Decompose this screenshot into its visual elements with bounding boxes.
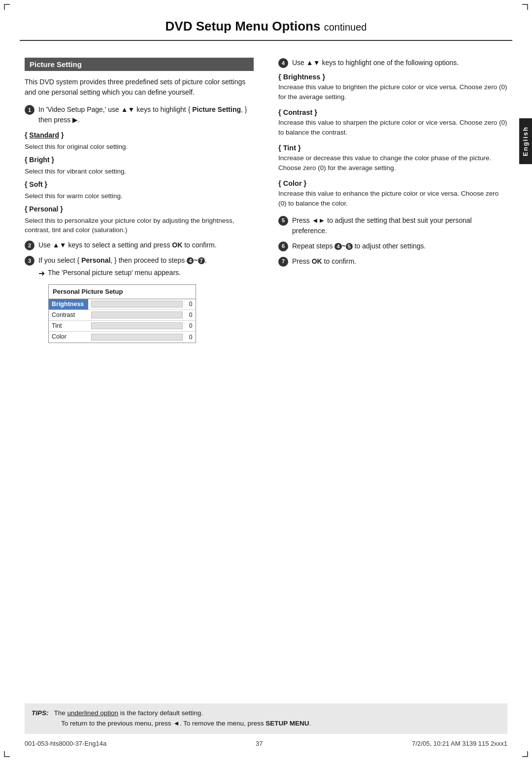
tint-desc: Increase or decrease this value to chang… bbox=[278, 153, 507, 173]
personal-label: { Personal } bbox=[25, 205, 63, 213]
contrast-desc: Increase this value to sharpen the pictu… bbox=[278, 118, 507, 137]
corner-mark-tr bbox=[522, 4, 528, 10]
tint-option: { Tint } Increase or decrease this value… bbox=[278, 144, 507, 173]
tips-area: TIPS: The underlined option is the facto… bbox=[25, 703, 507, 734]
title-continued: continued bbox=[324, 22, 367, 33]
step-num-3: 3 bbox=[25, 256, 34, 266]
step-3: 3 If you select { Personal, } then proce… bbox=[25, 255, 254, 343]
corner-mark-br bbox=[522, 751, 528, 757]
tint-title: { Tint } bbox=[278, 144, 507, 152]
personal-menu-note: The 'Personal picture setup' menu appear… bbox=[48, 268, 181, 278]
step-num-4: 4 bbox=[278, 58, 288, 68]
footer-date: 7/2/05, 10:21 AM 3139 115 2xxx1 bbox=[412, 740, 507, 747]
ps-value-brightness: 0 bbox=[186, 300, 196, 309]
step-num-6: 6 bbox=[278, 242, 288, 251]
corner-mark-bl bbox=[4, 751, 10, 757]
corner-mark-tl bbox=[4, 4, 10, 10]
ps-row-contrast: Contrast 0 bbox=[49, 310, 196, 321]
tips-line1: The underlined option is the factory def… bbox=[54, 709, 203, 717]
soft-label: { Soft } bbox=[25, 180, 47, 188]
soft-item: { Soft } bbox=[25, 179, 254, 189]
standard-desc: Select this for original color setting. bbox=[25, 142, 254, 152]
step-1-content: In 'Video Setup Page,' use ▲▼ keys to hi… bbox=[38, 104, 254, 125]
personal-item: { Personal } bbox=[25, 204, 254, 214]
step-5-content: Press ◄► to adjust the setting that best… bbox=[292, 215, 507, 236]
brightness-title: { Brightness } bbox=[278, 73, 507, 81]
title-main: DVD Setup Menu Options bbox=[166, 19, 321, 34]
step-1: 1 In 'Video Setup Page,' use ▲▼ keys to … bbox=[25, 104, 254, 125]
standard-label: { Standard } bbox=[25, 131, 64, 139]
personal-picture-setup-table: Personal Picture Setup Brightness 0 Cont… bbox=[48, 284, 196, 343]
step-num-5: 5 bbox=[278, 216, 288, 226]
ps-label-tint: Tint bbox=[49, 321, 88, 331]
contrast-title: { Contrast } bbox=[278, 108, 507, 116]
color-title: { Color } bbox=[278, 179, 507, 187]
ps-value-tint: 0 bbox=[186, 321, 196, 330]
ps-row-color: Color 0 bbox=[49, 332, 196, 343]
step-2-content: Use ▲▼ keys to select a setting and pres… bbox=[38, 240, 254, 250]
step-3-content: If you select { Personal, } then proceed… bbox=[38, 255, 254, 343]
bright-desc: Select this for vibrant color setting. bbox=[25, 167, 254, 176]
step-7: 7 Press OK to confirm. bbox=[278, 256, 507, 267]
left-column: Picture Setting This DVD system provides… bbox=[25, 58, 259, 348]
bright-item: { Bright } bbox=[25, 155, 254, 165]
soft-desc: Select this for warm color setting. bbox=[25, 191, 254, 201]
step-num-1: 1 bbox=[25, 105, 34, 115]
section-header: Picture Setting bbox=[25, 58, 254, 71]
footer-doc-id: 001-053-hts8000-37-Eng14a bbox=[25, 740, 106, 747]
contrast-option: { Contrast } Increase this value to shar… bbox=[278, 108, 507, 137]
tips-line2: To return to the previous menu, press ◄.… bbox=[61, 720, 311, 727]
intro-text: This DVD system provides three predefine… bbox=[25, 77, 254, 98]
ps-bar-brightness bbox=[91, 301, 183, 308]
step-4-content: Use ▲▼ keys to highlight one of the foll… bbox=[292, 58, 507, 68]
step-4: 4 Use ▲▼ keys to highlight one of the fo… bbox=[278, 58, 507, 68]
page-footer: 001-053-hts8000-37-Eng14a 37 7/2/05, 10:… bbox=[25, 740, 507, 747]
standard-item: { Standard } bbox=[25, 130, 254, 140]
tips-label: TIPS: bbox=[32, 709, 49, 717]
ps-label-brightness: Brightness bbox=[49, 299, 88, 310]
ps-row-brightness: Brightness 0 bbox=[49, 299, 196, 310]
step-6-content: Repeat steps 4~5 to adjust other setting… bbox=[292, 241, 507, 251]
brightness-option: { Brightness } Increase this value to br… bbox=[278, 73, 507, 102]
right-column: 4 Use ▲▼ keys to highlight one of the fo… bbox=[273, 58, 507, 348]
ps-value-color: 0 bbox=[186, 333, 196, 342]
ps-bar-contrast bbox=[91, 311, 183, 318]
page-title: DVD Setup Menu Options continued bbox=[20, 0, 512, 41]
color-option: { Color } Increase this value to enhance… bbox=[278, 179, 507, 208]
step-6: 6 Repeat steps 4~5 to adjust other setti… bbox=[278, 241, 507, 251]
ps-row-tint: Tint 0 bbox=[49, 321, 196, 332]
personal-desc: Select this to personalize your picture … bbox=[25, 216, 254, 235]
step-5: 5 Press ◄► to adjust the setting that be… bbox=[278, 215, 507, 236]
ps-bar-color bbox=[91, 334, 183, 341]
ps-label-color: Color bbox=[49, 332, 88, 342]
color-desc: Increase this value to enhance the pictu… bbox=[278, 189, 507, 208]
bright-label: { Bright } bbox=[25, 156, 54, 164]
ps-label-contrast: Contrast bbox=[49, 311, 88, 320]
ps-table-title: Personal Picture Setup bbox=[49, 285, 196, 299]
step-num-2: 2 bbox=[25, 241, 34, 250]
step-num-7: 7 bbox=[278, 257, 288, 267]
step-7-content: Press OK to confirm. bbox=[292, 256, 507, 267]
arrow-symbol: ➜ bbox=[38, 268, 45, 279]
brightness-desc: Increase this value to brighten the pict… bbox=[278, 82, 507, 102]
language-tab: English bbox=[519, 118, 532, 164]
ps-value-contrast: 0 bbox=[186, 311, 196, 319]
step-2: 2 Use ▲▼ keys to select a setting and pr… bbox=[25, 240, 254, 250]
footer-page-num: 37 bbox=[256, 740, 263, 747]
ps-bar-tint bbox=[91, 322, 183, 329]
